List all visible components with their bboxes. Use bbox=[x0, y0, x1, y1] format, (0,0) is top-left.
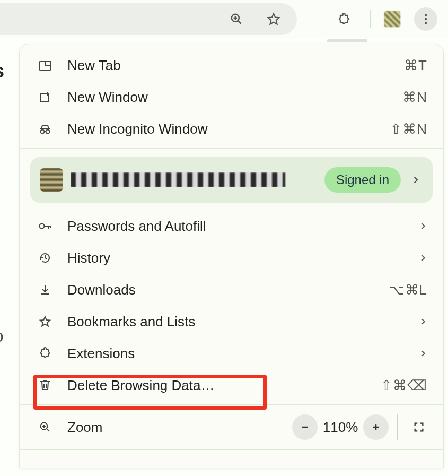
menu-item-shortcut: ⇧⌘N bbox=[390, 121, 427, 137]
svg-point-14 bbox=[46, 130, 50, 134]
profile-avatar-button[interactable] bbox=[384, 11, 400, 27]
zoom-label: Zoom bbox=[58, 419, 292, 436]
menu-item-label: New Incognito Window bbox=[58, 121, 390, 137]
menu-item-label: New Tab bbox=[58, 57, 404, 74]
kebab-menu-icon[interactable] bbox=[414, 7, 437, 31]
history-icon bbox=[32, 252, 58, 264]
tab-icon bbox=[32, 59, 58, 71]
svg-line-27 bbox=[47, 429, 49, 431]
menu-item-label: Extensions bbox=[58, 345, 419, 362]
puzzle-icon bbox=[32, 347, 58, 360]
menu-separator bbox=[20, 404, 443, 405]
chevron-right-icon bbox=[408, 175, 423, 185]
browser-toolbar bbox=[0, 0, 448, 38]
profile-avatar-icon bbox=[40, 168, 63, 192]
chevron-right-icon bbox=[419, 349, 427, 358]
avatar-underline bbox=[327, 39, 367, 42]
profile-name-redacted bbox=[71, 172, 317, 187]
incognito-icon bbox=[32, 123, 58, 135]
menu-item-shortcut: ⌥⌘L bbox=[389, 282, 427, 298]
menu-item-new-incognito[interactable]: New Incognito Window ⇧⌘N bbox=[20, 113, 443, 145]
menu-item-label: History bbox=[58, 250, 419, 266]
menu-item-shortcut: ⌘N bbox=[402, 89, 427, 106]
page-crop-text-3: ro bbox=[0, 326, 3, 346]
download-icon bbox=[32, 283, 58, 296]
menu-item-shortcut: ⌘T bbox=[404, 57, 427, 74]
menu-item-downloads[interactable]: Downloads ⌥⌘L bbox=[20, 274, 443, 306]
svg-marker-22 bbox=[40, 317, 50, 326]
zoom-icon bbox=[32, 421, 58, 434]
zoom-in-icon[interactable] bbox=[225, 7, 248, 31]
star-outline-icon bbox=[32, 315, 58, 328]
trash-icon bbox=[32, 379, 58, 392]
menu-item-profile[interactable]: Signed in bbox=[30, 157, 433, 203]
menu-separator bbox=[20, 148, 443, 149]
chrome-main-menu: New Tab ⌘T New Window ⌘N New Incognito W… bbox=[19, 44, 444, 468]
menu-item-label: Downloads bbox=[58, 282, 389, 298]
menu-item-label: Delete Browsing Data… bbox=[58, 377, 381, 394]
menu-item-label: New Window bbox=[58, 89, 402, 106]
menu-item-new-window[interactable]: New Window ⌘N bbox=[20, 81, 443, 113]
fullscreen-button[interactable] bbox=[406, 414, 432, 440]
page-crop-text-1: s bbox=[0, 60, 4, 82]
menu-item-bookmarks[interactable]: Bookmarks and Lists bbox=[20, 306, 443, 337]
viewport: s i ro New Tab ⌘T New Window ⌘N New Inco… bbox=[0, 0, 448, 476]
extensions-icon[interactable] bbox=[333, 7, 356, 31]
svg-point-5 bbox=[425, 14, 427, 16]
svg-point-13 bbox=[41, 130, 45, 134]
toolbar-right bbox=[297, 7, 448, 31]
menu-item-new-tab[interactable]: New Tab ⌘T bbox=[20, 49, 443, 81]
omnibox-right-end bbox=[0, 3, 297, 35]
zoom-separator bbox=[397, 414, 398, 440]
zoom-value: 110% bbox=[318, 419, 363, 436]
svg-marker-4 bbox=[268, 14, 279, 24]
menu-item-label: Bookmarks and Lists bbox=[58, 314, 419, 330]
new-window-icon bbox=[32, 91, 58, 103]
zoom-out-button[interactable] bbox=[292, 414, 318, 440]
svg-point-16 bbox=[40, 224, 45, 229]
star-icon[interactable] bbox=[262, 7, 285, 31]
menu-separator bbox=[20, 449, 443, 450]
zoom-in-button[interactable] bbox=[363, 414, 389, 440]
key-icon bbox=[32, 220, 58, 232]
signed-in-badge: Signed in bbox=[324, 167, 401, 193]
menu-item-extensions[interactable]: Extensions bbox=[20, 337, 443, 369]
chevron-right-icon bbox=[419, 254, 427, 262]
menu-item-delete-browsing-data[interactable]: Delete Browsing Data… ⇧⌘⌫ bbox=[20, 369, 443, 401]
svg-point-7 bbox=[425, 22, 427, 24]
toolbar-separator bbox=[370, 10, 371, 28]
menu-item-passwords[interactable]: Passwords and Autofill bbox=[20, 210, 443, 242]
chevron-right-icon bbox=[419, 317, 427, 326]
svg-line-1 bbox=[238, 21, 241, 23]
menu-item-zoom: Zoom 110% bbox=[20, 408, 443, 446]
menu-item-history[interactable]: History bbox=[20, 242, 443, 274]
menu-item-label: Passwords and Autofill bbox=[58, 218, 419, 235]
svg-point-6 bbox=[425, 18, 427, 20]
menu-item-shortcut: ⇧⌘⌫ bbox=[381, 377, 427, 394]
chevron-right-icon bbox=[419, 222, 427, 230]
